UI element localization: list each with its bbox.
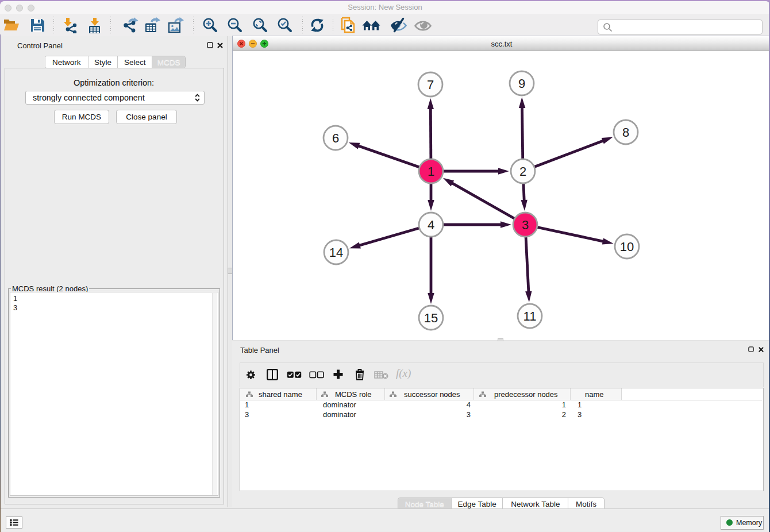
svg-text:2: 2 (519, 164, 526, 179)
svg-text:15: 15 (424, 311, 438, 325)
svg-text:14: 14 (329, 245, 343, 260)
svg-text:6: 6 (332, 131, 339, 145)
svg-text:1: 1 (428, 164, 434, 179)
svg-text:10: 10 (620, 240, 634, 254)
svg-text:8: 8 (622, 125, 629, 140)
svg-text:7: 7 (427, 78, 434, 92)
svg-text:3: 3 (522, 218, 529, 232)
svg-text:11: 11 (523, 309, 537, 323)
svg-text:9: 9 (518, 76, 525, 91)
svg-text:4: 4 (428, 218, 434, 232)
